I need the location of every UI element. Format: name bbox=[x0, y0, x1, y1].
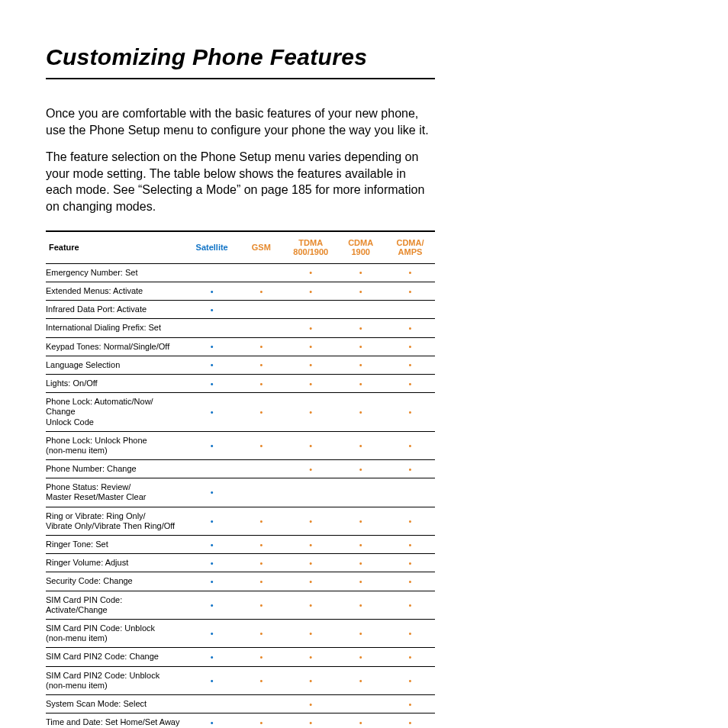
dot-cell: • bbox=[336, 282, 385, 301]
dot-icon: • bbox=[211, 407, 214, 417]
col-header-gsm: GSM bbox=[237, 231, 286, 264]
dot-cell: • bbox=[187, 356, 237, 374]
dot-cell: • bbox=[336, 714, 385, 728]
dot-cell: • bbox=[187, 282, 237, 301]
table-row: Keypad Tones: Normal/Single/Off••••• bbox=[46, 337, 435, 356]
dot-icon: • bbox=[211, 379, 214, 388]
dot-icon: • bbox=[211, 305, 214, 314]
dot-cell: • bbox=[237, 507, 286, 535]
dot-icon: • bbox=[211, 577, 214, 586]
dot-icon: • bbox=[359, 676, 362, 685]
dot-icon: • bbox=[309, 517, 312, 526]
dot-cell: • bbox=[385, 356, 435, 374]
page-title: Customizing Phone Features bbox=[46, 44, 659, 78]
dot-icon: • bbox=[359, 718, 362, 727]
dot-cell: • bbox=[187, 572, 237, 591]
col-header-cdma: CDMA1900 bbox=[336, 231, 385, 264]
dot-icon: • bbox=[409, 700, 412, 709]
dot-cell: • bbox=[285, 648, 336, 666]
dot-icon: • bbox=[259, 540, 263, 549]
dot-cell bbox=[187, 263, 237, 282]
dot-icon: • bbox=[309, 718, 312, 727]
dot-icon: • bbox=[211, 441, 214, 450]
dot-cell: • bbox=[285, 554, 336, 572]
dot-cell: • bbox=[187, 374, 237, 392]
col-header-satellite: Satellite bbox=[187, 231, 237, 264]
dot-cell: • bbox=[285, 356, 336, 374]
table-row: SIM Card PIN2 Code: Unblock(non-menu ite… bbox=[46, 666, 435, 694]
dot-icon: • bbox=[409, 407, 412, 417]
dot-icon: • bbox=[409, 559, 412, 568]
dot-icon: • bbox=[259, 676, 263, 685]
dot-icon: • bbox=[259, 577, 263, 586]
dot-icon: • bbox=[359, 559, 362, 568]
dot-icon: • bbox=[359, 577, 362, 586]
dot-cell: • bbox=[385, 507, 435, 535]
intro-paragraph-1: Once you are comfortable with the basic … bbox=[46, 105, 435, 138]
dot-icon: • bbox=[259, 342, 263, 351]
dot-cell: • bbox=[285, 572, 336, 591]
dot-icon: • bbox=[359, 441, 362, 450]
dot-icon: • bbox=[309, 324, 312, 333]
table-row: Extended Menus: Activate••••• bbox=[46, 282, 435, 301]
dot-icon: • bbox=[211, 287, 214, 296]
dot-cell: • bbox=[385, 666, 435, 694]
dot-cell bbox=[237, 301, 286, 319]
dot-cell bbox=[385, 301, 435, 319]
dot-icon: • bbox=[259, 360, 263, 369]
intro-paragraph-2: The feature selection on the Phone Setup… bbox=[46, 149, 435, 214]
dot-cell: • bbox=[385, 263, 435, 282]
dot-cell: • bbox=[336, 666, 385, 694]
dot-cell: • bbox=[285, 536, 336, 554]
dot-icon: • bbox=[359, 629, 362, 638]
dot-cell: • bbox=[237, 619, 286, 647]
dot-cell bbox=[336, 301, 385, 319]
dot-cell: • bbox=[285, 431, 336, 459]
feature-cell: Phone Status: Review/Master Reset/Master… bbox=[46, 478, 187, 507]
dot-cell: • bbox=[336, 648, 385, 666]
dot-icon: • bbox=[359, 601, 362, 610]
dot-icon: • bbox=[409, 268, 412, 277]
feature-table: Feature Satellite GSM TDMA800/1900 CDMA1… bbox=[46, 230, 435, 728]
dot-icon: • bbox=[259, 718, 263, 727]
table-row: SIM Card PIN Code:Activate/Change••••• bbox=[46, 591, 435, 619]
dot-cell: • bbox=[237, 572, 286, 591]
feature-cell: Infrared Data Port: Activate bbox=[46, 301, 187, 319]
table-row: Phone Number: Change••• bbox=[46, 460, 435, 478]
feature-cell: Ringer Volume: Adjust bbox=[46, 554, 187, 572]
dot-icon: • bbox=[309, 540, 312, 549]
dot-cell: • bbox=[285, 393, 336, 432]
table-row: SIM Card PIN Code: Unblock(non-menu item… bbox=[46, 619, 435, 647]
feature-cell: Phone Lock: Unlock Phone(non-menu item) bbox=[46, 431, 187, 459]
table-row: Ringer Volume: Adjust••••• bbox=[46, 554, 435, 572]
table-row: System Scan Mode: Select•• bbox=[46, 694, 435, 713]
dot-icon: • bbox=[409, 652, 412, 662]
dot-cell: • bbox=[385, 714, 435, 728]
dot-icon: • bbox=[309, 379, 312, 388]
col-header-tdma: TDMA800/1900 bbox=[285, 231, 336, 264]
dot-cell: • bbox=[285, 319, 336, 337]
dot-icon: • bbox=[259, 407, 263, 417]
dot-cell: • bbox=[285, 263, 336, 282]
dot-cell bbox=[237, 478, 286, 507]
dot-cell: • bbox=[237, 356, 286, 374]
feature-cell: Ringer Tone: Set bbox=[46, 536, 187, 554]
feature-cell: Security Code: Change bbox=[46, 572, 187, 591]
dot-icon: • bbox=[409, 379, 412, 388]
table-row: Phone Lock: Unlock Phone(non-menu item)•… bbox=[46, 431, 435, 459]
feature-cell: SIM Card PIN2 Code: Unblock(non-menu ite… bbox=[46, 666, 187, 694]
dot-cell: • bbox=[336, 337, 385, 356]
dot-icon: • bbox=[409, 465, 412, 474]
dot-icon: • bbox=[259, 441, 263, 450]
dot-icon: • bbox=[409, 287, 412, 296]
table-header-row: Feature Satellite GSM TDMA800/1900 CDMA1… bbox=[46, 231, 435, 264]
dot-icon: • bbox=[309, 601, 312, 610]
dot-cell: • bbox=[187, 619, 237, 647]
dot-cell: • bbox=[285, 619, 336, 647]
dot-icon: • bbox=[359, 287, 362, 296]
dot-cell bbox=[385, 478, 435, 507]
dot-cell: • bbox=[237, 374, 286, 392]
dot-cell: • bbox=[237, 536, 286, 554]
dot-icon: • bbox=[359, 407, 362, 417]
feature-cell: SIM Card PIN Code:Activate/Change bbox=[46, 591, 187, 619]
